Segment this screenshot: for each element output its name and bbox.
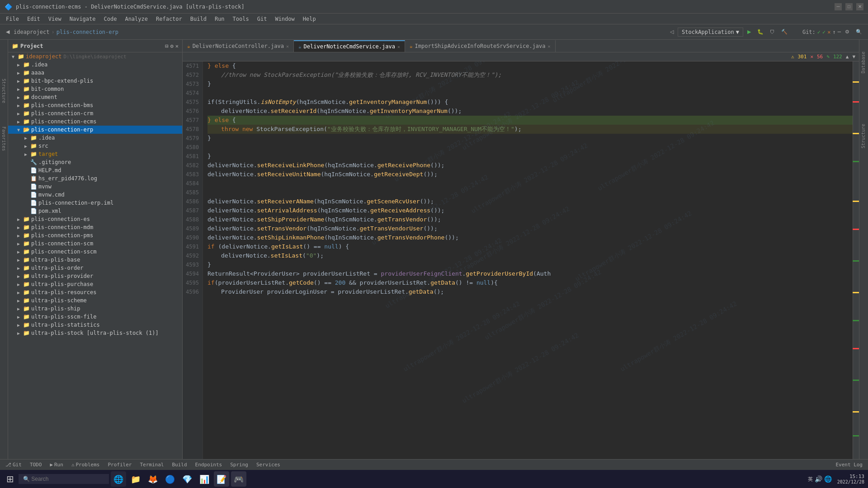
taskbar-app-idea[interactable]: 🎮: [231, 471, 246, 487]
tab-close-2[interactable]: ✕: [397, 44, 400, 49]
tree-item-ultra-ship[interactable]: ▶ 📁 ultra-plis-ship: [8, 305, 182, 313]
breadcrumb-root[interactable]: ideaproject: [14, 29, 49, 35]
lang-indicator[interactable]: 英: [808, 476, 813, 483]
menu-edit[interactable]: Edit: [24, 15, 44, 23]
tree-item-helpmd[interactable]: 📄 HELP.md: [8, 166, 182, 174]
menu-view[interactable]: View: [45, 15, 65, 23]
breadcrumb-project[interactable]: plis-connection-erp: [57, 29, 118, 35]
menu-file[interactable]: File: [2, 15, 23, 23]
minimize-button[interactable]: ─: [835, 3, 842, 10]
coverage-button[interactable]: ⛉: [768, 28, 777, 36]
back-button[interactable]: ◀: [4, 28, 12, 36]
tree-item-ecms[interactable]: ▶ 📁 plis-connection-ecms: [8, 117, 182, 126]
tree-item-bit-common[interactable]: ▶ 📁 bit-common: [8, 85, 182, 93]
settings-icon[interactable]: ⚙: [170, 43, 174, 49]
tree-item-bit-bpc[interactable]: ▶ 📁 bit-bpc-extend-plis: [8, 77, 182, 85]
menu-code[interactable]: Code: [100, 15, 121, 23]
structure-panel-label[interactable]: Structure: [859, 121, 868, 151]
tree-item-ultra-stock[interactable]: ▶ 📁 ultra-plis-stock [ultra-plis-stock (…: [8, 329, 182, 337]
tab-close-3[interactable]: ✕: [548, 44, 551, 49]
profiler-tool-item[interactable]: Profiler: [104, 461, 135, 469]
close-button[interactable]: ✕: [856, 3, 863, 10]
menu-run[interactable]: Run: [211, 15, 228, 23]
maximize-button[interactable]: □: [845, 3, 853, 10]
settings-button[interactable]: ⚙: [843, 28, 852, 36]
todo-tool-item[interactable]: TODO: [26, 461, 46, 469]
tree-item-iml[interactable]: 📄 plis-connection-erp.iml: [8, 199, 182, 207]
tree-item-erp-idea[interactable]: ▶ 📁 .idea: [8, 134, 182, 142]
system-clock[interactable]: 15:13 2022/12/28: [837, 474, 864, 484]
tree-item-ultra-resources[interactable]: ▶ 📁 ultra-plis-resources: [8, 288, 182, 296]
collapse-all-icon[interactable]: ⊟: [165, 43, 168, 49]
database-panel-label[interactable]: Database: [859, 49, 868, 76]
tree-item-erp[interactable]: ▼ 📂 plis-connection-erp: [8, 126, 182, 134]
taskbar-app-firefox[interactable]: 🦊: [145, 471, 160, 487]
menu-window[interactable]: Window: [271, 15, 298, 23]
taskbar-app-explorer[interactable]: 📁: [128, 471, 143, 487]
menu-refactor[interactable]: Refactor: [152, 15, 186, 23]
start-button[interactable]: ⊞: [4, 472, 17, 486]
terminal-tool-item[interactable]: Terminal: [136, 461, 167, 469]
tab-deliver-cmd-service[interactable]: ☕ DeliverNoticeCmdService.java ✕: [294, 40, 405, 52]
scroll-down-icon[interactable]: ▼: [852, 54, 855, 60]
event-log-tool-item[interactable]: Event Log: [832, 461, 866, 469]
menu-help[interactable]: Help: [299, 15, 320, 23]
git-tool-item[interactable]: ⎇ Git: [2, 461, 25, 469]
spring-tool-item[interactable]: Spring: [226, 461, 252, 469]
menu-git[interactable]: Git: [254, 15, 271, 23]
taskbar-app-app1[interactable]: 🔵: [162, 471, 178, 487]
search-everywhere-button[interactable]: 🔍: [854, 28, 864, 36]
services-tool-item[interactable]: Services: [253, 461, 284, 469]
endpoints-tool-item[interactable]: Endpoints: [192, 461, 226, 469]
taskbar-app-excel[interactable]: 📊: [197, 471, 212, 487]
tree-item-crm[interactable]: ▶ 📁 plis-connection-crm: [8, 109, 182, 117]
problems-tool-item[interactable]: ⚠ Problems: [68, 461, 104, 469]
tree-item-aaaa[interactable]: ▶ 📁 aaaa: [8, 69, 182, 77]
tab-deliver-controller[interactable]: ☕ DeliverNoticeController.java ✕: [183, 40, 294, 52]
tree-item-mdm[interactable]: ▶ 📁 plis-connection-mdm: [8, 223, 182, 231]
debug-button[interactable]: 🐛: [755, 28, 766, 36]
tree-item-src[interactable]: ▶ 📁 src: [8, 142, 182, 150]
left-panel-structure[interactable]: Structure: [0, 76, 7, 106]
left-panel-favorites[interactable]: Favorites: [0, 124, 7, 154]
tree-item-target[interactable]: ▶ 📁 target: [8, 150, 182, 158]
navigate-back-btn[interactable]: ◁: [668, 28, 676, 36]
tree-item-mvnw[interactable]: 📄 mvnw: [8, 183, 182, 191]
tree-item-ultra-purchase[interactable]: ▶ 📁 ultra-plis-purchase: [8, 280, 182, 288]
close-panel-icon[interactable]: ✕: [175, 43, 179, 49]
tree-item-ultra-base[interactable]: ▶ 📁 ultra-plis-base: [8, 256, 182, 264]
tab-import-ship[interactable]: ☕ ImportShipAdviceInfoRouteSrvService.ja…: [405, 40, 556, 52]
tree-item-ultra-order[interactable]: ▶ 📁 ultra-plis-order: [8, 264, 182, 272]
tab-close-1[interactable]: ✕: [286, 44, 289, 49]
taskbar-app-app2[interactable]: 💎: [179, 471, 195, 487]
run-tool-item[interactable]: ▶ Run: [46, 461, 67, 469]
network-icon[interactable]: 🌐: [824, 475, 832, 483]
taskbar-search-input[interactable]: [19, 474, 109, 484]
code-area[interactable]: } else { //throw new StockParseException…: [203, 61, 853, 459]
tree-item-ultra-statistics[interactable]: ▶ 📁 ultra-plis-statistics: [8, 321, 182, 329]
tree-item-es[interactable]: ▶ 📁 plis-connection-es: [8, 215, 182, 223]
menu-analyze[interactable]: Analyze: [121, 15, 151, 23]
volume-icon[interactable]: 🔊: [815, 475, 822, 483]
run-config-selector[interactable]: StockApplication ▼: [678, 28, 743, 37]
run-button[interactable]: ▶: [745, 28, 753, 36]
menu-build[interactable]: Build: [187, 15, 210, 23]
taskbar-app-word[interactable]: 📝: [214, 471, 229, 487]
build-button[interactable]: 🔨: [779, 28, 790, 36]
tree-item-gitignore[interactable]: 🔧 .gitignore: [8, 158, 182, 166]
menu-navigate[interactable]: Navigate: [66, 15, 99, 23]
tree-root[interactable]: ▼ 📁 ideaproject D:\lingke\ideaproject: [8, 52, 182, 61]
scroll-up-icon[interactable]: ▲: [846, 54, 849, 60]
menu-tools[interactable]: Tools: [229, 15, 253, 23]
tree-item-ultra-provider[interactable]: ▶ 📁 ultra-plis-provider: [8, 272, 182, 280]
tree-item-ultra-sscm-file[interactable]: ▶ 📁 ultra-plis-sscm-file: [8, 313, 182, 321]
tree-item-sscm[interactable]: ▶ 📁 plis-connection-sscm: [8, 248, 182, 256]
tree-item-bms[interactable]: ▶ 📁 plis-connection-bms: [8, 101, 182, 109]
tree-item-pom[interactable]: 📄 pom.xml: [8, 207, 182, 215]
tree-item-document[interactable]: ▶ 📁 document: [8, 93, 182, 101]
tree-item-idea[interactable]: ▶ 📁 .idea: [8, 61, 182, 69]
taskbar-app-browser[interactable]: 🌐: [111, 471, 126, 487]
tree-item-pms[interactable]: ▶ 📁 plis-connection-pms: [8, 231, 182, 239]
tree-item-ultra-scheme[interactable]: ▶ 📁 ultra-plis-scheme: [8, 296, 182, 305]
tree-item-scm[interactable]: ▶ 📁 plis-connection-scm: [8, 239, 182, 248]
